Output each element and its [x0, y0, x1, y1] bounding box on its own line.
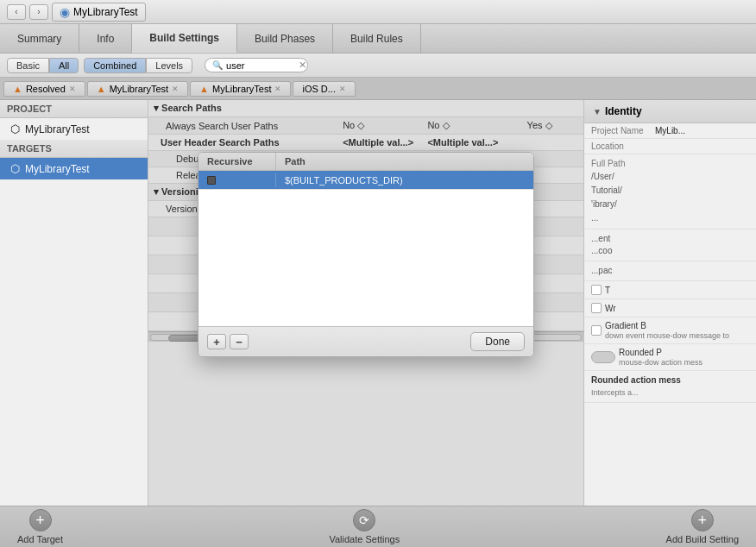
file-icon-mylibrary2: ▲ — [199, 84, 209, 94]
window-title: ◉ MyLibraryTest — [52, 3, 146, 22]
bottom-toolbar: + Add Target ⟳ Validate Settings + Add B… — [0, 506, 756, 547]
popup-actions: + − — [207, 334, 249, 349]
file-tabs: ▲ Resolved ✕ ▲ MyLibraryTest ✕ ▲ MyLibra… — [0, 78, 756, 100]
popup-header: Recursive Path — [198, 153, 533, 171]
project-icon-sidebar: ⬡ — [10, 123, 20, 135]
t-checkbox[interactable] — [591, 285, 602, 295]
project-name-label: Project Name — [591, 126, 652, 135]
add-build-label: Add Build Setting — [666, 534, 739, 544]
sidebar: PROJECT ⬡ MyLibraryTest TARGETS ⬡ MyLibr… — [0, 100, 148, 506]
basic-button[interactable]: Basic — [7, 58, 49, 73]
identity-full-path: Full Path /User/Tutorial/'ibrary/... — [584, 154, 756, 229]
main-layout: PROJECT ⬡ MyLibraryTest TARGETS ⬡ MyLibr… — [0, 100, 756, 506]
close-tab-mylibrary2[interactable]: ✕ — [274, 85, 281, 93]
identity-project-name-row: Project Name MyLib... — [584, 123, 756, 139]
identity-rounded-action: Rounded action mess Intercepts a... — [584, 371, 756, 403]
identity-pac: ...pac — [584, 261, 756, 281]
popup-body: $(BUILT_PRODUCTS_DIR) — [198, 171, 533, 326]
validate-icon: ⟳ — [353, 509, 375, 531]
all-button[interactable]: All — [49, 58, 79, 73]
search-input[interactable] — [226, 60, 295, 71]
add-path-button[interactable]: + — [207, 334, 226, 349]
project-name-value: MyLib... — [655, 126, 749, 135]
identity-location-row: Location — [584, 139, 756, 154]
tab-build-rules[interactable]: Build Rules — [333, 24, 421, 53]
nav-forward-button[interactable]: › — [29, 4, 48, 20]
tab-bar: Summary Info Build Settings Build Phases… — [0, 24, 756, 53]
remove-path-button[interactable]: − — [230, 334, 249, 349]
close-tab-resolved[interactable]: ✕ — [69, 85, 76, 93]
identity-gradient-b-row: Gradient B down event mouse-dow message … — [584, 318, 756, 344]
close-tab-iosd[interactable]: ✕ — [339, 85, 346, 93]
file-tab-mylibrary2[interactable]: ▲ MyLibraryTest ✕ — [190, 81, 291, 97]
tab-info[interactable]: Info — [79, 24, 132, 53]
sidebar-item-project[interactable]: ⬡ MyLibraryTest — [0, 118, 148, 140]
identity-toggle-row: Rounded P mouse-dow action mess — [584, 344, 756, 371]
popup-overlay: Recursive Path $(BUILT_PRODUCTS_DIR) + − — [148, 100, 583, 506]
combined-button[interactable]: Combined — [84, 58, 146, 73]
location-value — [655, 141, 749, 151]
popup-recursive-header: Recursive — [198, 153, 276, 170]
tab-build-settings[interactable]: Build Settings — [132, 24, 237, 53]
path-popup: Recursive Path $(BUILT_PRODUCTS_DIR) + − — [198, 152, 534, 357]
validate-label: Validate Settings — [329, 534, 400, 544]
add-target-label: Add Target — [17, 534, 63, 544]
file-icon-resolved: ▲ — [13, 84, 22, 94]
top-toolbar: ‹ › ◉ MyLibraryTest — [0, 0, 756, 24]
popup-recursive-cell — [198, 173, 276, 187]
identity-panel: ▼ Identity Project Name MyLib... Locatio… — [583, 100, 756, 506]
file-icon-mylibrary1: ▲ — [97, 84, 106, 94]
wr-checkbox[interactable] — [591, 303, 602, 313]
location-label: Location — [591, 141, 652, 151]
content-area: ▾ Search Paths Always Search User Paths … — [148, 100, 583, 506]
recursive-checkbox[interactable] — [207, 176, 216, 185]
popup-footer: + − Done — [198, 326, 533, 356]
file-tab-mylibrary1[interactable]: ▲ MyLibraryTest ✕ — [87, 81, 188, 97]
search-box[interactable]: 🔍 ✕ — [205, 58, 308, 72]
validate-settings-button[interactable]: ⟳ Validate Settings — [329, 509, 400, 544]
gradient-b-checkbox[interactable] — [591, 325, 602, 336]
popup-path-header: Path — [276, 153, 314, 170]
close-tab-mylibrary1[interactable]: ✕ — [172, 85, 179, 93]
tab-build-phases[interactable]: Build Phases — [237, 24, 333, 53]
basic-all-segmented: Basic All — [7, 58, 79, 73]
identity-ent-coo: ...ent ...coo — [584, 229, 756, 261]
add-target-icon: + — [29, 509, 52, 531]
done-button[interactable]: Done — [470, 332, 525, 351]
nav-back-button[interactable]: ‹ — [7, 4, 26, 20]
rounded-toggle[interactable] — [591, 351, 615, 363]
identity-t-row: T — [584, 281, 756, 299]
search-icon: 🔍 — [212, 60, 223, 70]
clear-search-button[interactable]: ✕ — [299, 60, 306, 71]
add-build-setting-button[interactable]: + Add Build Setting — [666, 509, 739, 544]
identity-triangle-icon: ▼ — [593, 107, 602, 116]
project-icon: ◉ — [60, 5, 70, 19]
targets-section-header: TARGETS — [0, 140, 148, 158]
file-tab-resolved[interactable]: ▲ Resolved ✕ — [3, 81, 85, 97]
identity-wr-row: Wr — [584, 299, 756, 318]
tab-summary[interactable]: Summary — [0, 24, 79, 53]
popup-row-built-products[interactable]: $(BUILT_PRODUCTS_DIR) — [198, 171, 533, 190]
second-toolbar: Basic All Combined Levels 🔍 ✕ — [0, 53, 756, 78]
add-target-button[interactable]: + Add Target — [17, 509, 63, 544]
levels-button[interactable]: Levels — [146, 58, 192, 73]
sidebar-item-target[interactable]: ⬡ MyLibraryTest — [0, 158, 148, 179]
identity-header: ▼ Identity — [584, 100, 756, 123]
target-icon-sidebar: ⬡ — [10, 162, 20, 175]
file-tab-iosd[interactable]: iOS D... ✕ — [293, 81, 356, 97]
combined-levels-segmented: Combined Levels — [84, 58, 192, 73]
popup-path-cell: $(BUILT_PRODUCTS_DIR) — [276, 173, 412, 188]
add-build-icon: + — [691, 509, 714, 531]
project-section-header: PROJECT — [0, 100, 148, 118]
